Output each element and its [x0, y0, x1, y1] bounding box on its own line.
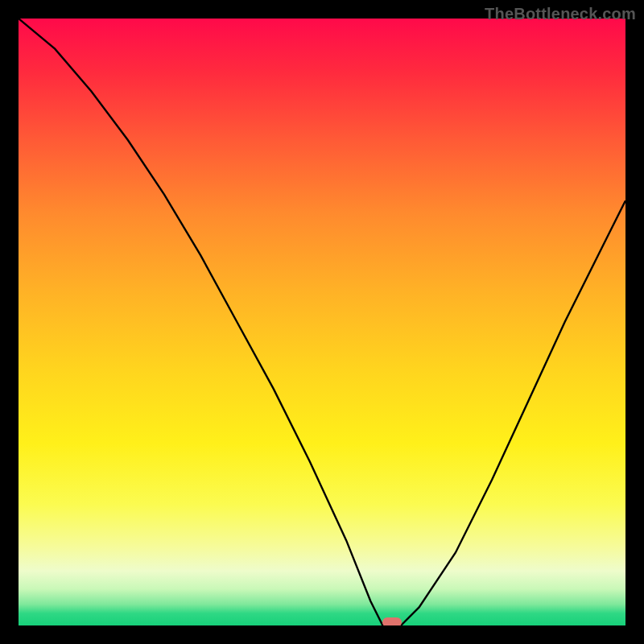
plot-area	[19, 19, 625, 625]
curve-layer	[19, 19, 625, 625]
watermark-text: TheBottleneck.com	[485, 5, 636, 23]
bottleneck-curve-path	[19, 19, 625, 625]
chart-frame: TheBottleneck.com	[0, 0, 644, 644]
optimal-marker	[382, 617, 402, 625]
